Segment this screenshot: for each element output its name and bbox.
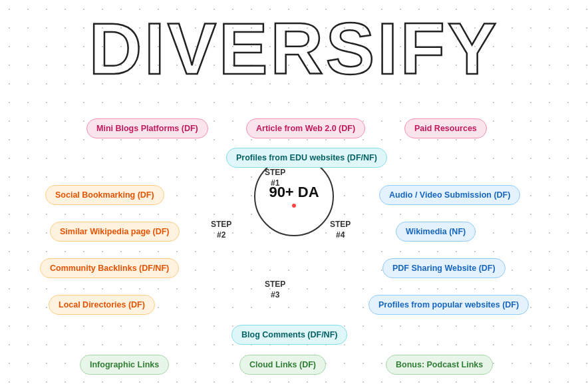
badge-social-bookmarking: Social Bookmarking (DF) bbox=[45, 185, 164, 205]
badge-blog-comments: Blog Comments (DF/NF) bbox=[231, 325, 347, 345]
step-1-label: STEP#1 bbox=[265, 168, 285, 188]
page-title: DIVERSIFY bbox=[89, 12, 500, 85]
badge-infographic-links: Infographic Links bbox=[80, 355, 169, 375]
badge-cloud-links: Cloud Links (DF) bbox=[239, 355, 326, 375]
badge-similar-wikipedia: Similar Wikipedia page (DF) bbox=[50, 222, 180, 242]
badge-pdf-sharing: PDF Sharing Website (DF) bbox=[382, 258, 506, 278]
step-3-label: STEP#3 bbox=[265, 280, 285, 300]
badge-audio-video: Audio / Video Submission (DF) bbox=[379, 185, 520, 205]
badge-wikimedia: Wikimedia (NF) bbox=[396, 222, 476, 242]
badge-podcast-links: Bonus: Podcast Links bbox=[386, 355, 493, 375]
badge-profiles-edu: Profiles from EDU websites (DF/NF) bbox=[226, 148, 387, 168]
circle-dot bbox=[292, 204, 296, 208]
badge-paid-resources: Paid Resources bbox=[404, 118, 487, 138]
badge-local-directories: Local Directories (DF) bbox=[49, 295, 155, 315]
step-2-label: STEP#2 bbox=[211, 220, 231, 240]
badge-article-web20: Article from Web 2.0 (DF) bbox=[246, 118, 365, 138]
badge-community-backlinks: Community Backlinks (DF/NF) bbox=[40, 258, 179, 278]
badge-mini-blogs: Mini Blogs Platforms (DF) bbox=[86, 118, 208, 138]
badge-profiles-popular: Profiles from popular websites (DF) bbox=[368, 295, 529, 315]
step-4-label: STEP#4 bbox=[330, 220, 351, 240]
